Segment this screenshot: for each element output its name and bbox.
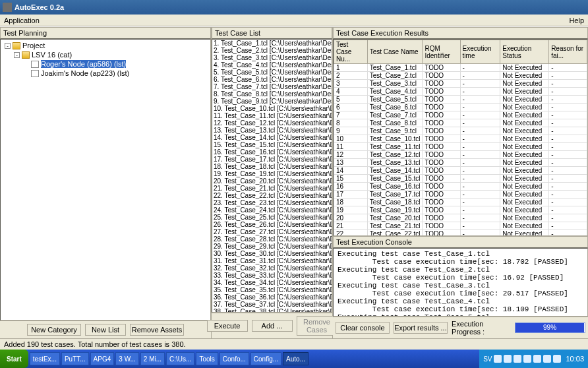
tray-icon[interactable] [523, 355, 531, 363]
testcase-row[interactable]: 13. Test_Case_13.tcl [C:\Users\eathkar\D… [212, 127, 332, 134]
testcase-row[interactable]: 12. Test_Case_12.tcl [C:\Users\eathkar\D… [212, 119, 332, 127]
testcase-row[interactable]: 22. Test_Case_22.tcl [C:\Users\eathkar\D… [212, 192, 332, 199]
tray-lang[interactable]: SV [483, 355, 492, 363]
clear-console-button[interactable]: Clear console [336, 322, 390, 334]
table-row[interactable]: 1Test_Case_1.tclTODO-Not Executed- [334, 64, 587, 72]
testcase-row[interactable]: 17. Test_Case_17.tcl [C:\Users\eathkar\D… [212, 156, 332, 163]
testcase-row[interactable]: 29. Test_Case_29.tcl [C:\Users\eathkar\D… [212, 243, 332, 250]
testcase-row[interactable]: 27. Test_Case_27.tcl [C:\Users\eathkar\D… [212, 228, 332, 235]
testcase-row[interactable]: 2. Test_Case_2.tcl [C:\Users\eathkar\Des… [212, 47, 332, 54]
testcase-row[interactable]: 31. Test_Case_31.tcl [C:\Users\eathkar\D… [212, 257, 332, 264]
testcase-row[interactable]: 18. Test_Case_18.tcl [C:\Users\eathkar\D… [212, 163, 332, 170]
export-results-button[interactable]: Export results ... [394, 322, 448, 334]
testcase-row[interactable]: 3. Test_Case_3.tcl [C:\Users\eathkar\Des… [212, 54, 332, 61]
table-row[interactable]: 4Test_Case_4.tclTODO-Not Executed- [334, 88, 587, 96]
testcase-row[interactable]: 33. Test_Case_33.tcl [C:\Users\eathkar\D… [212, 272, 332, 279]
taskbar-item[interactable]: 2 Mi... [140, 352, 165, 365]
new-category-button[interactable]: New Category [27, 324, 81, 336]
testcase-row[interactable]: 9. Test_Case_9.tcl [C:\Users\eathkar\Des… [212, 98, 332, 105]
testcase-row[interactable]: 38. Test_Case_38.tcl [C:\Users\eathkar\D… [212, 308, 332, 313]
table-row[interactable]: 6Test_Case_6.tclTODO-Not Executed- [334, 104, 587, 111]
testcase-row[interactable]: 10. Test_Case_10.tcl [C:\Users\eathkar\D… [212, 105, 332, 112]
table-row[interactable]: 14Test_Case_14.tclTODO-Not Executed- [334, 167, 587, 175]
testcase-row[interactable]: 20. Test_Case_20.tcl [C:\Users\eathkar\D… [212, 177, 332, 185]
taskbar-item[interactable]: Auto... [283, 352, 309, 365]
table-row[interactable]: 17Test_Case_17.tclTODO-Not Executed- [334, 191, 587, 199]
table-row[interactable]: 15Test_Case_15.tclTODO-Not Executed- [334, 175, 587, 183]
new-list-button[interactable]: New List [85, 324, 126, 336]
taskbar-item[interactable]: PuTT... [61, 352, 89, 365]
remove-assets-button[interactable]: Remove Assets [130, 324, 184, 336]
toggle-icon[interactable]: - [5, 43, 11, 49]
tree-joakim[interactable]: Joakim's Node (ap223) (lst) [1, 69, 210, 78]
table-row[interactable]: 21Test_Case_21.tclTODO-Not Executed- [334, 222, 587, 230]
table-row[interactable]: 3Test_Case_3.tclTODO-Not Executed- [334, 80, 587, 88]
testcase-row[interactable]: 1. Test_Case_1.tcl [C:\Users\eathkar\Des… [212, 40, 332, 47]
taskbar-item[interactable]: Tools [196, 352, 218, 365]
testcase-row[interactable]: 37. Test_Case_37.tcl [C:\Users\eathkar\D… [212, 301, 332, 308]
table-row[interactable]: 13Test_Case_13.tclTODO-Not Executed- [334, 159, 587, 167]
testcase-row[interactable]: 4. Test_Case_4.tcl [C:\Users\eathkar\Des… [212, 61, 332, 69]
tray-icon[interactable] [504, 355, 512, 363]
testcase-list[interactable]: 1. Test_Case_1.tcl [C:\Users\eathkar\Des… [212, 39, 332, 313]
table-row[interactable]: 9Test_Case_9.tclTODO-Not Executed- [334, 127, 587, 135]
results-table-wrap[interactable]: Test Case Nu...Test Case NameRQM Identif… [333, 39, 588, 236]
tree-roger[interactable]: Roger's Node (ap586) (lst) [1, 59, 210, 69]
table-row[interactable]: 22Test_Case_22.tclTODO-Not Executed- [334, 230, 587, 237]
results-col-header[interactable]: Execution time [460, 40, 500, 64]
tree-view[interactable]: - Project - LSV 16 (cat) Roger's Node (a… [0, 39, 211, 321]
testcase-row[interactable]: 11. Test_Case_11.tcl [C:\Users\eathkar\D… [212, 112, 332, 119]
table-row[interactable]: 20Test_Case_20.tclTODO-Not Executed- [334, 214, 587, 222]
testcase-row[interactable]: 19. Test_Case_19.tcl [C:\Users\eathkar\D… [212, 170, 332, 177]
table-row[interactable]: 19Test_Case_19.tclTODO-Not Executed- [334, 206, 587, 214]
taskbar-item[interactable]: C:\Us... [166, 352, 194, 365]
table-row[interactable]: 8Test_Case_8.tclTODO-Not Executed- [334, 119, 587, 127]
results-col-header[interactable]: Reason for fai... [549, 40, 587, 64]
taskbar-item[interactable]: Config... [250, 352, 281, 365]
testcase-row[interactable]: 24. Test_Case_24.tcl [C:\Users\eathkar\D… [212, 206, 332, 214]
testcase-row[interactable]: 23. Test_Case_23.tcl [C:\Users\eathkar\D… [212, 199, 332, 206]
start-button[interactable]: Start [0, 350, 28, 368]
table-row[interactable]: 2Test_Case_2.tclTODO-Not Executed- [334, 72, 587, 80]
testcase-row[interactable]: 15. Test_Case_15.tcl [C:\Users\eathkar\D… [212, 141, 332, 148]
console-output[interactable]: Executing test case Test_Case_1.tcl Test… [333, 248, 588, 317]
testcase-row[interactable]: 21. Test_Case_21.tcl [C:\Users\eathkar\D… [212, 185, 332, 192]
execute-button[interactable]: Execute [207, 320, 248, 332]
system-tray[interactable]: SV 10:03 [479, 350, 588, 368]
testcase-row[interactable]: 36. Test_Case_36.tcl [C:\Users\eathkar\D… [212, 293, 332, 301]
results-col-header[interactable]: Execution Status [500, 40, 549, 64]
tree-lsv[interactable]: - LSV 16 (cat) [1, 50, 210, 59]
table-row[interactable]: 12Test_Case_12.tclTODO-Not Executed- [334, 151, 587, 159]
clock[interactable]: 10:03 [563, 355, 584, 363]
testcase-row[interactable]: 5. Test_Case_5.tcl [C:\Users\eathkar\Des… [212, 69, 332, 76]
tree-project[interactable]: - Project [1, 41, 210, 50]
testcase-row[interactable]: 7. Test_Case_7.tcl [C:\Users\eathkar\Des… [212, 83, 332, 90]
table-row[interactable]: 10Test_Case_10.tclTODO-Not Executed- [334, 135, 587, 143]
testcase-row[interactable]: 16. Test_Case_16.tcl [C:\Users\eathkar\D… [212, 148, 332, 156]
testcase-row[interactable]: 34. Test_Case_34.tcl [C:\Users\eathkar\D… [212, 279, 332, 286]
testcase-row[interactable]: 28. Test_Case_28.tcl [C:\Users\eathkar\D… [212, 235, 332, 243]
testcase-row[interactable]: 35. Test_Case_35.tcl [C:\Users\eathkar\D… [212, 286, 332, 293]
table-row[interactable]: 11Test_Case_11.tclTODO-Not Executed- [334, 143, 587, 151]
taskbar-item[interactable]: testEx... [30, 352, 60, 365]
tray-icon[interactable] [514, 355, 521, 363]
testcase-row[interactable]: 30. Test_Case_30.tcl [C:\Users\eathkar\D… [212, 250, 332, 257]
add-button[interactable]: Add ... [252, 320, 293, 332]
toggle-icon[interactable]: - [14, 52, 20, 58]
menu-application[interactable]: Application [4, 16, 40, 24]
tray-icon[interactable] [543, 355, 551, 363]
tray-icon[interactable] [533, 355, 541, 363]
results-col-header[interactable]: Test Case Nu... [334, 40, 368, 64]
menu-help[interactable]: Help [569, 16, 584, 24]
tray-icon[interactable] [553, 355, 561, 363]
taskbar-item[interactable]: Confo... [220, 352, 249, 365]
results-col-header[interactable]: RQM Identifier [423, 40, 460, 64]
testcase-row[interactable]: 26. Test_Case_26.tcl [C:\Users\eathkar\D… [212, 221, 332, 228]
testcase-row[interactable]: 6. Test_Case_6.tcl [C:\Users\eathkar\Des… [212, 76, 332, 83]
taskbar-item[interactable]: APG4 [90, 352, 115, 365]
taskbar-item[interactable]: 3 W... [115, 352, 139, 365]
table-row[interactable]: 5Test_Case_5.tclTODO-Not Executed- [334, 96, 587, 104]
testcase-row[interactable]: 32. Test_Case_32.tcl [C:\Users\eathkar\D… [212, 264, 332, 272]
table-row[interactable]: 7Test_Case_7.tclTODO-Not Executed- [334, 111, 587, 119]
table-row[interactable]: 16Test_Case_16.tclTODO-Not Executed- [334, 183, 587, 191]
